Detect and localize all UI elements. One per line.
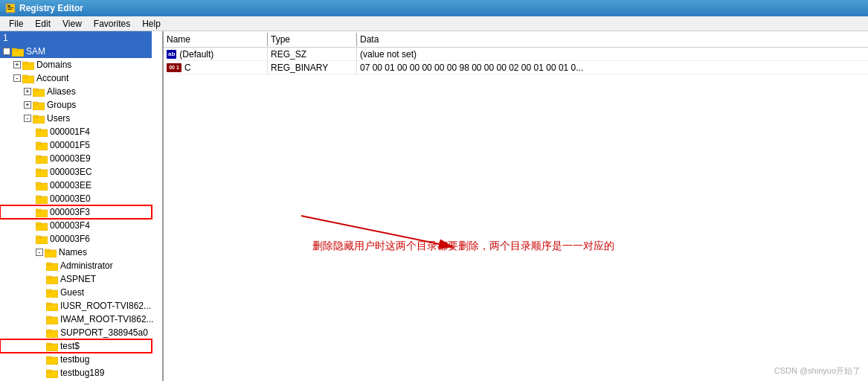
folder-icon-000003E0	[36, 194, 48, 204]
folder-icon-iwam	[46, 315, 58, 324]
tree-node-iusr[interactable]: IUSR_ROOT-TVI862...	[0, 299, 152, 313]
tree-node-iwam[interactable]: IWAM_ROOT-TVI862...	[0, 313, 152, 326]
administrator-label: Administrator	[60, 260, 113, 271]
tree-node-support[interactable]: SUPPORT_388945a0	[0, 326, 152, 339]
col-header-name[interactable]: Name	[164, 33, 268, 46]
menu-view[interactable]: View	[57, 17, 88, 31]
svg-rect-29	[36, 209, 41, 211]
tree-panel[interactable]: 1 - SAM + Domains -	[0, 31, 164, 381]
000001F4-label: 000001F4	[50, 127, 90, 137]
tree-node-users[interactable]: - Users	[0, 112, 152, 125]
tree-node-administrator[interactable]: Administrator	[0, 259, 152, 272]
tree-node-000003E0[interactable]: 000003E0	[0, 192, 152, 205]
svg-rect-21	[36, 156, 41, 158]
expand-names[interactable]: -	[36, 249, 43, 256]
folder-icon-000003F6	[36, 234, 48, 244]
menu-bar: File Edit View Favorites Help	[0, 16, 868, 31]
aliases-label: Aliases	[47, 86, 76, 97]
aspnet-label: ASPNET	[60, 274, 96, 284]
svg-rect-25	[36, 182, 41, 185]
svg-rect-17	[36, 129, 41, 131]
col-header-data[interactable]: Data	[357, 33, 868, 46]
folder-icon-000003F3	[36, 208, 48, 217]
table-row[interactable]: 00 1 C REG_BINARY 07 00 01 00 00 00 00 0…	[164, 61, 868, 74]
tree-node-domains[interactable]: + Domains	[0, 58, 152, 71]
title-text: Registry Editor	[19, 3, 83, 13]
cell-type-c: REG_BINARY	[268, 61, 357, 74]
title-bar: Registry Editor	[0, 0, 868, 16]
svg-rect-9	[22, 75, 28, 77]
expand-users[interactable]: -	[24, 115, 31, 122]
tree-node-aspnet[interactable]: ASPNET	[0, 272, 152, 286]
tree-node-testbug189[interactable]: testbug189	[0, 366, 152, 380]
svg-rect-51	[46, 356, 51, 359]
expand-sam[interactable]: -	[3, 48, 10, 55]
tree-node-aliases[interactable]: + Aliases	[0, 85, 152, 98]
svg-rect-41	[46, 289, 51, 292]
svg-rect-31	[36, 222, 41, 225]
testbug-label: testbug	[60, 354, 89, 365]
folder-icon-aspnet	[46, 275, 58, 284]
menu-edit[interactable]: Edit	[29, 17, 57, 31]
tree-node-000003E9[interactable]: 000003E9	[0, 152, 152, 165]
svg-rect-43	[46, 303, 51, 305]
svg-rect-15	[33, 115, 38, 118]
svg-rect-47	[46, 330, 51, 332]
tree-node-000003F3[interactable]: 000003F3	[0, 205, 152, 219]
svg-rect-19	[36, 142, 41, 144]
right-panel: Name Type Data ab (Default) REG_SZ (valu…	[164, 31, 868, 381]
expand-aliases[interactable]: +	[24, 88, 31, 95]
folder-icon-aliases	[33, 87, 45, 97]
tree-node-groups[interactable]: + Groups	[0, 98, 152, 112]
folder-icon-groups	[33, 100, 45, 110]
svg-rect-33	[36, 236, 41, 238]
folder-icon-000001F5	[36, 141, 48, 150]
col-header-type[interactable]: Type	[268, 33, 357, 46]
expand-domains[interactable]: +	[13, 61, 21, 68]
svg-rect-2	[7, 7, 13, 8]
000003E0-label: 000003E0	[50, 193, 91, 204]
top-node-label: 1	[3, 33, 8, 43]
folder-icon-iusr	[46, 301, 58, 311]
tree-node-tests[interactable]: test$	[0, 339, 152, 353]
folder-icon-000003EE	[36, 181, 48, 190]
table-row[interactable]: ab (Default) REG_SZ (value not set)	[164, 48, 868, 61]
tree-node-000001F5[interactable]: 000001F5	[0, 138, 152, 152]
svg-rect-3	[7, 9, 12, 10]
menu-file[interactable]: File	[3, 17, 29, 31]
account-label: Account	[36, 73, 68, 83]
menu-help[interactable]: Help	[136, 17, 167, 31]
tree-node-000003F6[interactable]: 000003F6	[0, 232, 152, 246]
cell-name-default: ab (Default)	[164, 48, 268, 61]
folder-icon-administrator	[46, 261, 58, 271]
tree-node-sam[interactable]: - SAM	[0, 45, 152, 58]
sam-label: SAM	[26, 46, 45, 57]
annotation-svg	[164, 31, 868, 381]
folder-icon-000001F4	[36, 127, 48, 137]
folder-icon-000003E9	[36, 154, 48, 164]
tree-node-guest[interactable]: Guest	[0, 286, 152, 299]
tree-node-000003EC[interactable]: 000003EC	[0, 165, 152, 179]
tree-node-000001F4[interactable]: 000001F4	[0, 125, 152, 138]
registry-icon	[4, 2, 16, 14]
iwam-label: IWAM_ROOT-TVI862...	[60, 314, 154, 324]
folder-icon-account	[22, 74, 34, 83]
svg-rect-1	[7, 5, 10, 7]
000003F6-label: 000003F6	[50, 234, 90, 244]
expand-account[interactable]: -	[13, 74, 21, 82]
expand-groups[interactable]: +	[24, 101, 31, 109]
tree-node-names[interactable]: - Names	[0, 246, 152, 259]
tree-node-000003EE[interactable]: 000003EE	[0, 179, 152, 192]
tree-node-account[interactable]: - Account	[0, 71, 152, 85]
svg-rect-5	[12, 48, 17, 51]
svg-rect-45	[46, 316, 51, 318]
folder-icon-users	[33, 114, 45, 124]
000003EE-label: 000003EE	[50, 180, 91, 190]
tree-node-000003F4[interactable]: 000003F4	[0, 219, 152, 232]
menu-favorites[interactable]: Favorites	[88, 17, 136, 31]
svg-rect-13	[33, 102, 38, 104]
tree-node-testbug[interactable]: testbug	[0, 353, 152, 366]
support-label: SUPPORT_388945a0	[60, 327, 148, 338]
svg-rect-37	[46, 263, 51, 265]
svg-rect-39	[46, 276, 51, 278]
